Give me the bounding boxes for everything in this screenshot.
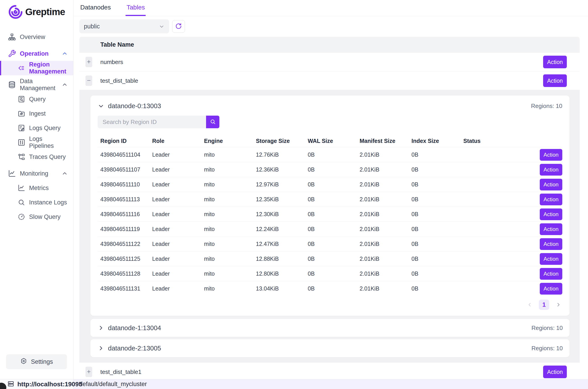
- chevron-down-icon: [159, 23, 164, 29]
- chevron-right-icon[interactable]: [555, 302, 561, 308]
- engine-cell: mito: [204, 181, 256, 188]
- sidebar-item-traces-query[interactable]: Traces Query: [0, 150, 73, 164]
- chevron-down-icon[interactable]: [98, 103, 104, 110]
- settings-button[interactable]: Settings: [6, 354, 67, 369]
- role-cell: Leader: [152, 181, 204, 188]
- region-action-button[interactable]: Action: [540, 149, 562, 161]
- engine-cell: mito: [204, 241, 256, 247]
- region-action-button[interactable]: Action: [540, 194, 562, 205]
- logo[interactable]: Greptime: [0, 0, 73, 19]
- region-table: Region IDRoleEngineStorage SizeWAL SizeM…: [98, 134, 562, 296]
- chevron-right-icon[interactable]: [98, 345, 104, 352]
- page-number[interactable]: 1: [539, 299, 549, 310]
- sidebar-item-logs-pipelines[interactable]: Logs Pipelines: [0, 135, 73, 150]
- table-row-test-dist-table: test_dist_table Action: [79, 71, 580, 90]
- search-icon: [210, 119, 216, 126]
- database-icon: [8, 81, 16, 89]
- manifest-size-cell: 2.01KiB: [359, 151, 411, 158]
- status-bar-server: http://localhost:19095: [0, 379, 73, 389]
- collapse-button[interactable]: [85, 75, 92, 86]
- sidebar-item-logs-query[interactable]: Logs Query: [0, 121, 73, 135]
- expanded-datanode-section: datanode-0:13003 Regions: 10: [79, 90, 580, 363]
- sidebar-item-query[interactable]: Query: [0, 92, 73, 106]
- sidebar-item-ingest[interactable]: Ingest: [0, 106, 73, 121]
- region-action-button[interactable]: Action: [540, 238, 562, 250]
- action-button[interactable]: Action: [543, 366, 567, 378]
- content: public Table Name: [73, 16, 588, 379]
- region-id-cell: 4398046511116: [100, 211, 152, 218]
- index-size-cell: 0B: [411, 285, 463, 292]
- sidebar-item-region-management[interactable]: Region Management: [0, 61, 73, 75]
- storage-size-cell: 12.80KiB: [256, 270, 308, 277]
- role-cell: Leader: [152, 241, 204, 247]
- expand-button[interactable]: [85, 367, 92, 377]
- tab-datanodes[interactable]: Datanodes: [79, 0, 112, 16]
- region-action-button[interactable]: Action: [540, 253, 562, 265]
- schema-select-value: public: [84, 23, 100, 30]
- cluster-name[interactable]: default/default_mycluster: [79, 381, 147, 388]
- datanode-1-card[interactable]: datanode-1:13004 Regions: 10: [90, 319, 569, 337]
- region-management-icon: [18, 64, 25, 72]
- sidebar-item-metrics[interactable]: Metrics: [0, 181, 73, 195]
- role-cell: Leader: [152, 196, 204, 203]
- server-url[interactable]: http://localhost:19095: [17, 381, 82, 388]
- region-search: [98, 116, 562, 128]
- role-cell: Leader: [152, 151, 204, 158]
- region-search-input[interactable]: [98, 116, 206, 128]
- table-name: numbers: [100, 59, 123, 65]
- engine-cell: mito: [204, 226, 256, 232]
- sidebar-item-label: Metrics: [29, 185, 49, 192]
- sidebar-item-label: Slow Query: [29, 213, 61, 220]
- region-id-cell: 4398046511125: [100, 256, 152, 262]
- manifest-size-cell: 2.01KiB: [359, 270, 411, 277]
- sidebar-item-label: Traces Query: [29, 154, 66, 161]
- datanode-0-header[interactable]: datanode-0:13003 Regions: 10: [98, 102, 562, 110]
- sidebar-item-slow-query[interactable]: Slow Query: [0, 210, 73, 224]
- region-action-button[interactable]: Action: [540, 179, 562, 191]
- app-window: Greptime OverviewOperationRegion Managem…: [0, 0, 588, 379]
- region-id-cell: 4398046511119: [100, 226, 152, 232]
- column-header-wal-size: WAL Size: [308, 138, 359, 144]
- sidebar-item-instance-logs[interactable]: Instance Logs: [0, 195, 73, 210]
- manifest-size-cell: 2.01KiB: [359, 285, 411, 292]
- table-name-header-label: Table Name: [100, 41, 134, 48]
- region-action-button[interactable]: Action: [540, 268, 562, 280]
- engine-cell: mito: [204, 270, 256, 277]
- plus-icon: [86, 369, 91, 375]
- region-action-button[interactable]: Action: [540, 208, 562, 220]
- chevron-left-icon[interactable]: [527, 302, 532, 308]
- table-name: test_dist_table: [100, 77, 138, 84]
- index-size-cell: 0B: [411, 181, 463, 188]
- column-header-region-id: Region ID: [100, 138, 152, 144]
- table-row-test-dist-table1: test_dist_table1 Action: [79, 363, 580, 379]
- index-size-cell: 0B: [411, 270, 463, 277]
- schema-select[interactable]: public: [79, 19, 169, 33]
- tab-tables[interactable]: Tables: [126, 0, 146, 16]
- chevron-right-icon[interactable]: [98, 324, 104, 331]
- column-header-index-size: Index Size: [411, 138, 463, 144]
- wal-size-cell: 0B: [308, 226, 359, 232]
- action-cell: Action: [528, 223, 562, 235]
- expand-button[interactable]: [85, 57, 92, 67]
- refresh-button[interactable]: [172, 20, 185, 33]
- logo-text: Greptime: [25, 6, 65, 17]
- region-search-button[interactable]: [206, 116, 219, 128]
- storage-size-cell: 12.97KiB: [256, 181, 308, 188]
- sidebar-item-monitoring[interactable]: Monitoring: [0, 166, 73, 181]
- region-action-button[interactable]: Action: [540, 223, 562, 235]
- action-button[interactable]: Action: [543, 56, 567, 68]
- region-id-cell: 4398046511110: [100, 181, 152, 188]
- region-action-button[interactable]: Action: [540, 283, 562, 294]
- region-row-4398046511125: 4398046511125Leadermito12.88KiB0B2.01KiB…: [98, 251, 562, 266]
- role-cell: Leader: [152, 226, 204, 232]
- action-button[interactable]: Action: [543, 74, 567, 87]
- sidebar-item-data-management[interactable]: Data Management: [0, 78, 73, 92]
- engine-cell: mito: [204, 285, 256, 292]
- sidebar-item-overview[interactable]: Overview: [0, 30, 73, 44]
- region-action-button[interactable]: Action: [540, 164, 562, 176]
- plus-icon: [86, 59, 91, 65]
- greptime-logo-icon: [8, 4, 23, 19]
- sidebar-item-operation[interactable]: Operation: [0, 46, 73, 61]
- datanode-2-card[interactable]: datanode-2:13005 Regions: 10: [90, 339, 569, 357]
- sidebar-item-label: Monitoring: [20, 170, 48, 177]
